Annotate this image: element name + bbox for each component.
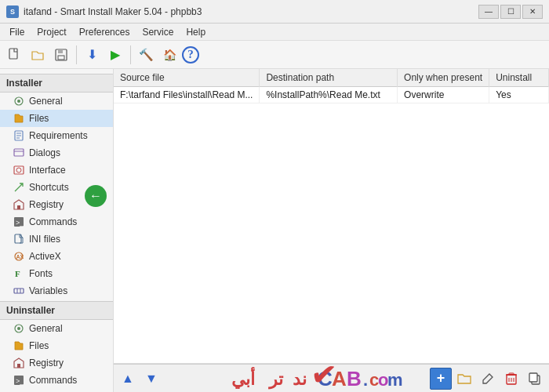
menu-bar: File Project Preferences Service Help: [0, 24, 549, 41]
sidebar-item-files[interactable]: Files: [0, 110, 113, 127]
installer-section-header: Installer: [0, 74, 113, 93]
title-bar-controls[interactable]: — ☐ ✕: [478, 5, 543, 19]
sidebar-label-general: General: [29, 96, 63, 107]
sidebar-label-fonts: Fonts: [29, 268, 53, 279]
sidebar-item-u-commands[interactable]: >_ Commands: [0, 372, 113, 389]
svg-text:AX: AX: [16, 254, 24, 260]
svg-text:أبي: أبي: [231, 367, 255, 389]
menu-file[interactable]: File: [3, 25, 31, 39]
sidebar-label-u-registry: Registry: [29, 358, 64, 368]
sidebar-item-dialogs[interactable]: Dialogs: [0, 144, 113, 162]
uninstaller-section-header: Uninstaller: [0, 301, 113, 320]
sidebar-item-variables[interactable]: Variables: [0, 282, 113, 299]
table-row[interactable]: F:\tarfand Files\install\Read M... %Inst…: [114, 87, 549, 103]
run-button[interactable]: ▶: [104, 44, 126, 66]
separator-1: [76, 45, 77, 64]
u-general-icon: [13, 322, 25, 335]
help-button[interactable]: ?: [182, 46, 199, 64]
sidebar-item-general[interactable]: General: [0, 93, 113, 110]
copy-button[interactable]: [524, 368, 546, 390]
sidebar-label-shortcuts: Shortcuts: [29, 182, 69, 193]
menu-help[interactable]: Help: [180, 25, 212, 39]
file-table: Source file Destination path Only when p…: [114, 69, 549, 364]
svg-point-25: [17, 327, 20, 330]
cell-destination: %InstallPath%\Read Me.txt: [260, 87, 398, 103]
window-title: itafand - Smart Install Maker 5.04 - php…: [24, 6, 202, 17]
options-button[interactable]: 🔨: [135, 44, 157, 66]
back-arrow-button[interactable]: ←: [85, 185, 107, 207]
sidebar-item-requirements[interactable]: Requirements: [0, 127, 113, 144]
general-icon: [13, 95, 25, 107]
sidebar-label-u-general: General: [29, 323, 63, 334]
svg-point-13: [16, 168, 21, 172]
u-commands-icon: >_: [13, 374, 25, 387]
dialogs-icon: [13, 147, 25, 159]
svg-rect-10: [14, 149, 24, 156]
minimize-button[interactable]: —: [478, 5, 499, 19]
sidebar: Installer General Files Requirements Dia…: [0, 69, 114, 392]
svg-text:F: F: [15, 269, 20, 278]
registry-icon: [13, 198, 25, 211]
checkmark-overlay: ✔: [309, 366, 339, 391]
sidebar-item-u-general[interactable]: General: [0, 320, 113, 337]
close-button[interactable]: ✕: [522, 5, 543, 19]
sidebar-label-requirements: Requirements: [29, 130, 88, 141]
svg-text:B: B: [347, 367, 362, 390]
menu-service[interactable]: Service: [136, 25, 180, 39]
sidebar-label-u-commands: Commands: [29, 375, 77, 386]
sidebar-item-ini-files[interactable]: INI files: [0, 230, 113, 248]
shortcuts-icon: [13, 181, 25, 194]
sidebar-label-dialogs: Dialogs: [29, 147, 60, 158]
interface-icon: [13, 164, 25, 176]
svg-text:>_: >_: [16, 219, 24, 227]
title-bar-left: S itafand - Smart Install Maker 5.04 - p…: [6, 5, 202, 18]
sidebar-label-u-files: Files: [29, 340, 49, 351]
svg-text:>_: >_: [16, 377, 24, 385]
save-button[interactable]: [50, 44, 72, 66]
watermark-area: ✔ أبي تر ند C A B . c o m: [216, 366, 482, 391]
menu-project[interactable]: Project: [31, 25, 72, 39]
svg-rect-44: [509, 373, 514, 375]
svg-rect-14: [17, 205, 20, 209]
svg-text:m: m: [387, 370, 403, 390]
commands-icon: >_: [13, 216, 25, 228]
title-bar: S itafand - Smart Install Maker 5.04 - p…: [0, 0, 549, 24]
main-layout: ← Installer General Files Requirements: [0, 69, 549, 392]
sidebar-item-commands[interactable]: >_ Commands: [0, 213, 113, 230]
svg-text:.: .: [363, 370, 368, 390]
activex-icon: AX: [13, 250, 25, 263]
sidebar-item-u-files[interactable]: Files: [0, 337, 113, 354]
menu-preferences[interactable]: Preferences: [73, 25, 136, 39]
app-icon: S: [6, 5, 19, 18]
svg-rect-0: [9, 49, 17, 59]
svg-text:تر: تر: [268, 369, 284, 390]
home-button[interactable]: 🏠: [158, 44, 180, 66]
open-button[interactable]: [27, 44, 49, 66]
col-uninstall: Uninstall: [489, 69, 549, 87]
build-button[interactable]: ⬇: [81, 44, 103, 66]
sidebar-label-files: Files: [29, 113, 49, 124]
sidebar-item-fonts[interactable]: F Fonts: [0, 265, 113, 282]
files-icon: [13, 112, 25, 125]
fonts-icon: F: [13, 267, 25, 280]
watermark-svg: أبي تر ند C A B . c o m: [231, 367, 467, 390]
sidebar-item-u-registry[interactable]: Registry: [0, 354, 113, 372]
sidebar-label-registry: Registry: [29, 199, 64, 210]
variables-icon: [13, 285, 25, 297]
new-button[interactable]: [3, 44, 25, 66]
maximize-button[interactable]: ☐: [500, 5, 521, 19]
sidebar-label-commands: Commands: [29, 216, 77, 227]
ini-icon: [13, 233, 25, 245]
svg-rect-3: [58, 56, 64, 60]
move-down-button[interactable]: ▼: [140, 368, 162, 390]
delete-button[interactable]: [500, 368, 522, 390]
sidebar-label-ini-files: INI files: [29, 234, 60, 245]
sidebar-label-variables: Variables: [29, 285, 67, 296]
svg-rect-46: [529, 373, 537, 382]
sidebar-item-activex[interactable]: AX ActiveX: [0, 248, 113, 265]
move-up-button[interactable]: ▲: [117, 368, 139, 390]
sidebar-item-interface[interactable]: Interface: [0, 162, 113, 179]
cell-only-when-present: Overwrite: [398, 87, 489, 103]
u-registry-icon: [13, 357, 25, 369]
col-source: Source file: [114, 69, 260, 87]
